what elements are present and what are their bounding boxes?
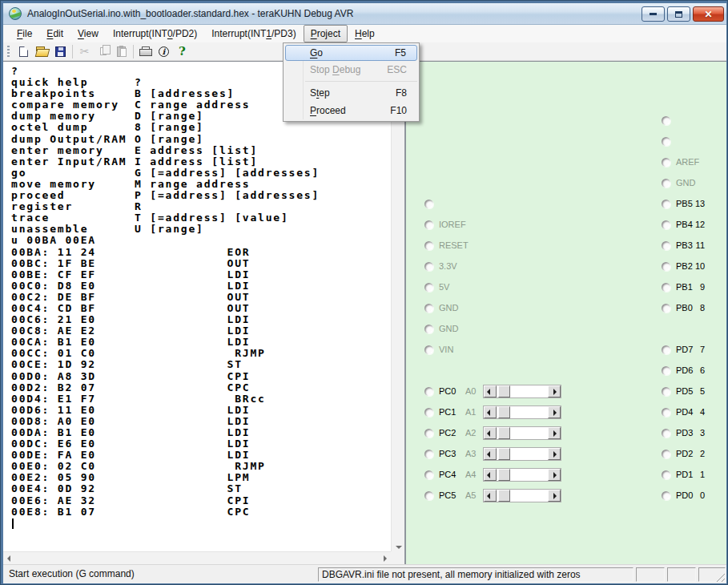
menu-view[interactable]: View: [70, 25, 106, 42]
pin-radio[interactable]: [662, 262, 670, 271]
menu-interrupt-int1[interactable]: Interrupt(INT1/PD3): [204, 25, 303, 42]
toolbar-grip[interactable]: [7, 46, 10, 58]
analog-row-pc4: PC4 A4: [424, 466, 561, 482]
slider-right-arrow-icon[interactable]: [548, 469, 561, 481]
cut-button[interactable]: ✂: [75, 43, 94, 60]
shortcut-label: ESC: [387, 64, 417, 75]
pin-radio[interactable]: [424, 262, 433, 271]
titlebar[interactable]: AnalogInOutSerial.ino.with_bootloader.st…: [3, 3, 726, 25]
pin-radio[interactable]: [662, 387, 670, 396]
pin-radio[interactable]: [662, 366, 670, 375]
pin-radio[interactable]: [424, 408, 433, 417]
minimize-icon: [650, 13, 657, 15]
info-icon: i: [159, 46, 169, 57]
slider-left-arrow-icon[interactable]: [484, 448, 497, 460]
slider-left-arrow-icon[interactable]: [484, 490, 497, 502]
pin-radio[interactable]: [424, 429, 433, 438]
help-button[interactable]: ?: [173, 43, 191, 60]
pin-radio[interactable]: [424, 241, 433, 250]
pin-radio[interactable]: [662, 241, 670, 250]
menu-project[interactable]: Project: [304, 25, 348, 42]
pin-radio[interactable]: [662, 470, 670, 479]
slider-left-arrow-icon[interactable]: [484, 427, 497, 439]
close-icon: ✕: [704, 10, 712, 19]
pin-radio[interactable]: [424, 450, 433, 458]
scroll-left-icon[interactable]: [7, 555, 10, 562]
slider-thumb[interactable]: [498, 469, 510, 481]
pin-radio[interactable]: [662, 450, 670, 458]
pin-row-gnd: GND: [662, 175, 705, 191]
analog-slider-a2[interactable]: [483, 426, 561, 440]
debug-console[interactable]: ? quick help ? breakpoints B [addresses]…: [3, 61, 404, 564]
pin-radio[interactable]: [662, 283, 670, 292]
print-button[interactable]: [136, 43, 155, 60]
copy-button[interactable]: [94, 43, 112, 60]
pin-radio[interactable]: [662, 220, 670, 229]
slider-left-arrow-icon[interactable]: [484, 385, 497, 397]
slider-thumb[interactable]: [498, 406, 510, 418]
pin-row-aref: AREF: [662, 154, 705, 170]
analog-slider-a3[interactable]: [483, 447, 561, 461]
slider-right-arrow-icon[interactable]: [548, 406, 561, 418]
pin-radio[interactable]: [662, 200, 670, 208]
slider-right-arrow-icon[interactable]: [548, 448, 561, 460]
analog-slider-a5[interactable]: [483, 489, 561, 502]
pin-radio[interactable]: [662, 137, 670, 146]
pin-radio[interactable]: [424, 325, 433, 333]
scroll-right-icon[interactable]: [384, 555, 387, 562]
pin-radio[interactable]: [424, 491, 433, 500]
about-button[interactable]: i: [155, 43, 173, 60]
pin-radio[interactable]: [662, 429, 670, 438]
new-button[interactable]: [14, 43, 33, 60]
pin-radio[interactable]: [662, 158, 670, 167]
slider-left-arrow-icon[interactable]: [484, 406, 497, 418]
pin-radio[interactable]: [424, 345, 433, 354]
pin-row-vin: VIN: [424, 341, 453, 357]
menu-item-proceed[interactable]: Proceed F10: [285, 102, 417, 119]
analog-slider-a1[interactable]: [483, 405, 561, 419]
save-button[interactable]: [51, 43, 70, 60]
menu-help[interactable]: Help: [348, 25, 382, 42]
menu-item-go[interactable]: Go F5: [285, 45, 417, 61]
pin-radio[interactable]: [662, 491, 670, 500]
pin-radio[interactable]: [424, 283, 433, 292]
slider-thumb[interactable]: [498, 490, 510, 502]
pin-radio[interactable]: [424, 220, 433, 229]
app-window: AnalogInOutSerial.ino.with_bootloader.st…: [0, 0, 728, 585]
slider-left-arrow-icon[interactable]: [484, 469, 497, 481]
console-horizontal-scrollbar[interactable]: [3, 551, 391, 564]
pin-radio[interactable]: [424, 200, 433, 208]
minimize-button[interactable]: [642, 6, 665, 22]
menu-edit[interactable]: Edit: [39, 25, 70, 42]
pin-radio[interactable]: [424, 387, 433, 396]
pin-radio[interactable]: [424, 304, 433, 313]
pin-row-ioref: IOREF: [424, 216, 466, 232]
menu-item-step[interactable]: Step F8: [285, 84, 417, 102]
slider-thumb[interactable]: [498, 448, 510, 460]
slider-right-arrow-icon[interactable]: [548, 385, 561, 397]
scroll-down-icon[interactable]: [396, 546, 402, 549]
slider-thumb[interactable]: [498, 385, 510, 397]
statusbar: Start execution (G command) DBGAVR.ini f…: [3, 564, 726, 583]
copy-icon: [100, 47, 107, 55]
pin-row-pd2: PD22: [662, 446, 705, 462]
pin-radio[interactable]: [662, 345, 670, 354]
analog-slider-a4[interactable]: [483, 468, 561, 482]
menu-item-stop-debug[interactable]: Stop Debug ESC: [285, 61, 417, 79]
close-button[interactable]: ✕: [693, 6, 724, 22]
menu-file[interactable]: File: [10, 25, 39, 42]
pin-radio[interactable]: [662, 408, 670, 417]
slider-right-arrow-icon[interactable]: [548, 490, 561, 502]
pin-radio[interactable]: [662, 179, 670, 188]
menu-interrupt-int0[interactable]: Interrupt(INT0/PD2): [106, 25, 204, 42]
slider-right-arrow-icon[interactable]: [548, 427, 561, 439]
analog-slider-a0[interactable]: [483, 385, 561, 398]
paste-button[interactable]: [112, 43, 131, 60]
pin-radio[interactable]: [662, 116, 670, 125]
pin-radio[interactable]: [424, 470, 433, 479]
pin-radio[interactable]: [662, 304, 670, 313]
console-vertical-scrollbar[interactable]: [391, 62, 404, 552]
slider-thumb[interactable]: [498, 427, 510, 439]
maximize-button[interactable]: [667, 6, 690, 22]
open-button[interactable]: [33, 43, 51, 60]
